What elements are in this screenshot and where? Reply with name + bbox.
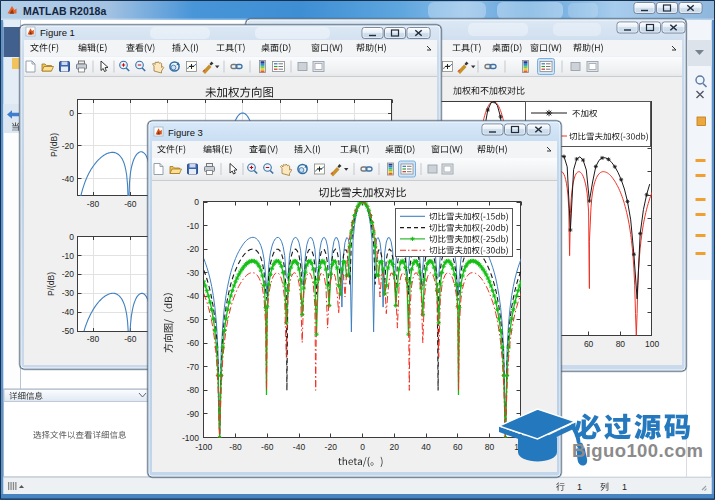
svg-text:0: 0 bbox=[194, 197, 199, 207]
svg-text:P/(dB): P/(dB) bbox=[46, 272, 56, 296]
svg-text:0: 0 bbox=[360, 442, 365, 452]
svg-text:0: 0 bbox=[69, 108, 74, 118]
svg-text:-90: -90 bbox=[187, 409, 200, 419]
svg-text:-50: -50 bbox=[62, 326, 75, 336]
svg-text:-60: -60 bbox=[187, 338, 200, 348]
svg-text:-60: -60 bbox=[124, 334, 137, 344]
svg-text:-100: -100 bbox=[195, 442, 212, 452]
svg-text:-70: -70 bbox=[187, 362, 200, 372]
svg-text:-80: -80 bbox=[229, 442, 242, 452]
svg-text:-60: -60 bbox=[261, 442, 274, 452]
svg-text:0: 0 bbox=[69, 232, 74, 242]
svg-text:80: 80 bbox=[485, 442, 495, 452]
svg-text:-20: -20 bbox=[62, 269, 75, 279]
svg-text:-20: -20 bbox=[325, 442, 338, 452]
svg-text:-20: -20 bbox=[62, 141, 75, 151]
svg-text:-20: -20 bbox=[187, 244, 200, 254]
svg-text:-40: -40 bbox=[62, 174, 75, 184]
svg-text:60: 60 bbox=[584, 339, 594, 349]
svg-text:-40: -40 bbox=[187, 291, 200, 301]
svg-text:1: 1 bbox=[622, 482, 627, 492]
svg-text:-10: -10 bbox=[62, 251, 75, 261]
svg-text:80: 80 bbox=[616, 339, 626, 349]
svg-text:-10: -10 bbox=[187, 221, 200, 231]
svg-text:-30: -30 bbox=[187, 268, 200, 278]
svg-text:60: 60 bbox=[453, 442, 463, 452]
svg-text:P/(dB): P/(dB) bbox=[49, 133, 59, 157]
svg-text:MATLAB R2018a: MATLAB R2018a bbox=[23, 5, 106, 17]
svg-text:-40: -40 bbox=[62, 307, 75, 317]
svg-text:-80: -80 bbox=[87, 199, 100, 209]
svg-text:-50: -50 bbox=[187, 315, 200, 325]
svg-text:1: 1 bbox=[577, 482, 582, 492]
svg-text:-80: -80 bbox=[187, 385, 200, 395]
svg-text:Figure 3: Figure 3 bbox=[168, 127, 203, 138]
svg-text:-30: -30 bbox=[62, 288, 75, 298]
svg-text:-80: -80 bbox=[87, 334, 100, 344]
svg-text:-60: -60 bbox=[124, 199, 137, 209]
svg-text:100: 100 bbox=[645, 339, 659, 349]
svg-text:40: 40 bbox=[421, 442, 431, 452]
svg-text:20: 20 bbox=[390, 442, 400, 452]
svg-text:-100: -100 bbox=[182, 433, 199, 443]
svg-text:Biguo100.com: Biguo100.com bbox=[572, 440, 703, 461]
svg-text:-40: -40 bbox=[293, 442, 306, 452]
svg-text:Figure 1: Figure 1 bbox=[40, 27, 75, 38]
